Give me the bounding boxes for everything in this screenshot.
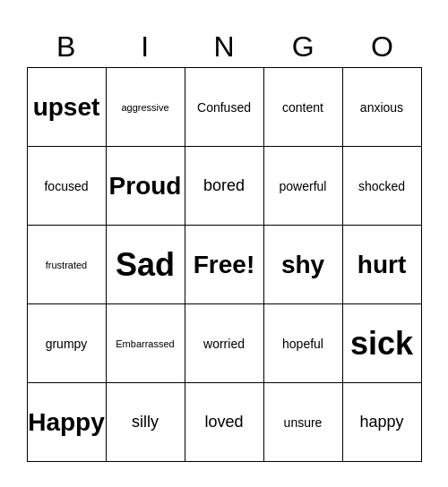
bingo-cell: content <box>264 68 343 147</box>
bingo-row: Happysillylovedunsurehappy <box>28 383 422 462</box>
header-letter-G: G <box>263 30 342 64</box>
bingo-row: upsetaggressiveConfusedcontentanxious <box>28 68 422 147</box>
bingo-cell: powerful <box>264 147 343 226</box>
bingo-cell: shocked <box>343 147 422 226</box>
bingo-cell: Embarrassed <box>107 304 185 383</box>
bingo-cell: loved <box>185 383 264 462</box>
bingo-cell: sick <box>343 304 422 383</box>
header-letter-N: N <box>185 30 263 64</box>
bingo-header: BINGO <box>27 25 422 67</box>
header-letter-I: I <box>106 30 185 64</box>
bingo-cell: shy <box>264 226 343 304</box>
bingo-cell: Free! <box>185 226 264 304</box>
bingo-cell: upset <box>28 68 107 147</box>
bingo-cell: worried <box>185 304 264 383</box>
bingo-cell: anxious <box>343 68 422 147</box>
bingo-row: focusedProudboredpowerfulshocked <box>28 147 422 226</box>
bingo-grid: upsetaggressiveConfusedcontentanxiousfoc… <box>27 67 422 462</box>
bingo-cell: unsure <box>264 383 343 462</box>
bingo-cell: Proud <box>107 147 185 226</box>
bingo-cell: hopeful <box>264 304 343 383</box>
bingo-cell: bored <box>185 147 264 226</box>
bingo-cell: hurt <box>343 226 422 304</box>
bingo-cell: silly <box>107 383 185 462</box>
bingo-cell: Happy <box>28 383 107 462</box>
bingo-cell: focused <box>28 147 107 226</box>
bingo-cell: grumpy <box>28 304 107 383</box>
bingo-row: grumpyEmbarrassedworriedhopefulsick <box>28 304 422 383</box>
bingo-cell: happy <box>343 383 422 462</box>
header-letter-B: B <box>27 30 106 64</box>
bingo-cell: Sad <box>107 226 185 304</box>
bingo-cell: aggressive <box>107 68 185 147</box>
bingo-cell: frustrated <box>28 226 107 304</box>
header-letter-O: O <box>342 30 421 64</box>
bingo-cell: Confused <box>185 68 264 147</box>
bingo-card: BINGO upsetaggressiveConfusedcontentanxi… <box>27 25 422 462</box>
bingo-row: frustratedSadFree!shyhurt <box>28 226 422 304</box>
